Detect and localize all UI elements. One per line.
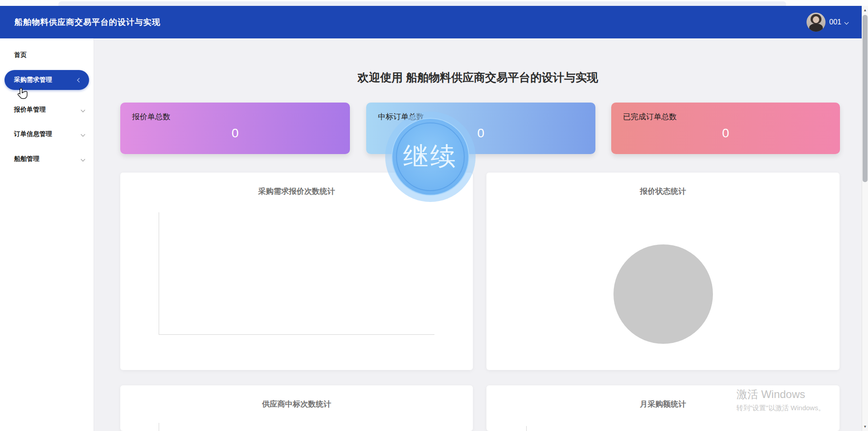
chevron-down-icon — [81, 132, 85, 136]
screen: 船舶物料供应商交易平台的设计与实现 001 首页 采购需求管理 报价单管理 订单… — [0, 0, 868, 431]
scroll-down-arrow-icon[interactable]: ▼ — [862, 425, 868, 429]
chevron-left-icon — [77, 78, 82, 82]
chart-y-axis — [159, 423, 159, 431]
sidebar-item-label: 船舶管理 — [14, 155, 39, 163]
sidebar-item-label: 首页 — [14, 51, 27, 59]
continue-overlay-halo: 继续 — [385, 112, 476, 202]
navbar: 船舶物料供应商交易平台的设计与实现 001 — [0, 6, 862, 38]
chart-title: 供应商中标次数统计 — [120, 385, 473, 409]
user-menu[interactable]: 001 — [807, 6, 848, 38]
avatar-body — [809, 23, 823, 32]
chart-panel-demand-quote-count: 采购需求报价次数统计 — [120, 173, 473, 370]
chart-title: 报价状态统计 — [486, 173, 840, 197]
chevron-down-icon — [81, 157, 85, 161]
app-title: 船舶物料供应商交易平台的设计与实现 — [14, 6, 160, 38]
windows-activation-watermark: 激活 Windows 转到"设置"以激活 Windows。 — [736, 387, 825, 412]
chevron-down-icon[interactable] — [844, 20, 849, 24]
stat-card-value: 0 — [120, 126, 350, 141]
hand-cursor-icon — [17, 88, 28, 100]
scroll-up-arrow-icon[interactable]: ▲ — [862, 8, 868, 12]
stat-card-completed-orders-total: 已完成订单总数 0 — [611, 103, 840, 154]
sidebar-item-purchase-demand-active[interactable]: 采购需求管理 — [5, 70, 89, 90]
scrollbar-thumb[interactable] — [863, 15, 868, 182]
avatar[interactable] — [807, 13, 826, 32]
sidebar-item-quotation[interactable]: 报价单管理 — [14, 105, 85, 115]
continue-button[interactable]: 继续 — [392, 118, 469, 196]
watermark-subtitle: 转到"设置"以激活 Windows。 — [736, 404, 825, 412]
empty-pie-chart — [613, 244, 713, 344]
sidebar-item-label: 采购需求管理 — [14, 76, 52, 84]
sidebar-item-label: 报价单管理 — [14, 106, 46, 114]
continue-button-ring — [396, 122, 465, 191]
username-label: 001 — [829, 18, 841, 26]
chart-panel-quote-status: 报价状态统计 — [486, 173, 840, 370]
stat-card-label: 已完成订单总数 — [623, 112, 677, 122]
sidebar-item-ship[interactable]: 船舶管理 — [14, 154, 85, 164]
watermark-title: 激活 Windows — [736, 387, 825, 402]
browser-top-strip — [0, 0, 868, 6]
vertical-scrollbar[interactable]: ▲ ▼ — [862, 6, 868, 431]
stat-card-value: 0 — [611, 126, 840, 141]
chart-x-axis — [159, 334, 434, 335]
chevron-down-icon — [81, 108, 85, 112]
welcome-heading: 欢迎使用 船舶物料供应商交易平台的设计与实现 — [94, 70, 862, 85]
stat-card-label: 报价单总数 — [132, 112, 170, 122]
chart-y-axis — [159, 212, 159, 334]
sidebar-item-order-info[interactable]: 订单信息管理 — [14, 129, 85, 139]
sidebar-item-home[interactable]: 首页 — [14, 50, 85, 60]
chart-y-axis — [526, 426, 527, 431]
stat-card-quotation-total: 报价单总数 0 — [120, 103, 350, 154]
chart-panel-supplier-win-count: 供应商中标次数统计 — [120, 385, 473, 431]
sidebar: 首页 采购需求管理 报价单管理 订单信息管理 船舶管理 — [0, 38, 94, 431]
sidebar-item-label: 订单信息管理 — [14, 130, 52, 138]
